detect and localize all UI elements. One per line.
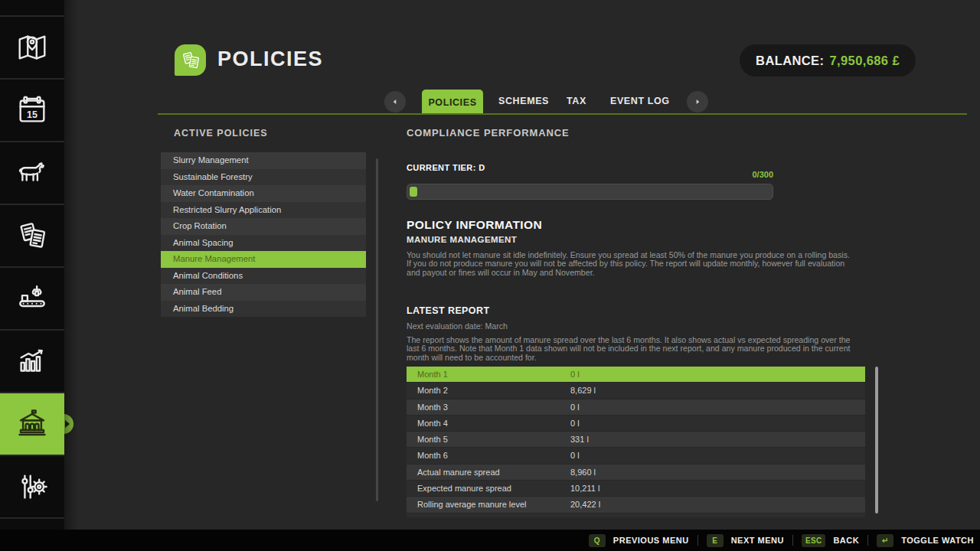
row-label: Actual manure spread: [417, 465, 500, 480]
policies-screen: 15: [0, 0, 980, 551]
row-value: 0 l: [570, 367, 580, 382]
key-esc: ESC: [802, 534, 825, 547]
balance-label: BALANCE:: [756, 54, 824, 68]
policy-list-item[interactable]: Water Contamination: [161, 185, 366, 202]
report-table: Month 1 0 l Month 2 8,629 l Month 3 0 l …: [407, 367, 865, 517]
production-icon: [15, 281, 50, 316]
policies-document-icon: [179, 49, 202, 72]
footer-hint-bar: Q PREVIOUS MENU E NEXT MENU ESC BACK ↵ T…: [0, 530, 980, 551]
hint-divider: [697, 535, 698, 546]
policies-app-icon: [175, 44, 206, 76]
hint-label: TOGGLE WATCH: [901, 536, 974, 545]
compliance-score: 0/300: [407, 170, 773, 179]
key-q: Q: [589, 534, 606, 547]
hint-label: BACK: [833, 536, 859, 545]
policy-list-item[interactable]: Animal Conditions: [161, 268, 366, 285]
tab-schemes[interactable]: SCHEMES: [498, 96, 549, 106]
sidebar-item-partial-bottom[interactable]: [0, 519, 64, 530]
active-tab-arrow-icon: [65, 420, 70, 428]
balance-display: BALANCE: 7,950,686 £: [740, 44, 916, 77]
policy-list-item-selected[interactable]: Manure Management: [161, 251, 366, 268]
policy-info-heading: POLICY INFORMATION: [407, 218, 542, 232]
table-row[interactable]: Actual manure spread 8,960 l: [407, 465, 865, 480]
content-scrollbar[interactable]: [376, 158, 378, 501]
table-row-selected[interactable]: Month 1 0 l: [407, 367, 865, 382]
hint-previous-menu[interactable]: Q PREVIOUS MENU: [589, 534, 689, 547]
table-scrollbar[interactable]: [875, 367, 878, 514]
policy-list-item[interactable]: Crop Rotation: [161, 218, 366, 235]
row-label: Month 5: [417, 432, 448, 447]
sidebar-item-partial-top[interactable]: [0, 0, 64, 15]
active-tab-bump: [54, 414, 74, 434]
tabs-prev-button[interactable]: [384, 91, 406, 112]
chevron-right-icon: [691, 96, 704, 108]
table-row[interactable]: Month 6 0 l: [407, 448, 865, 463]
sidebar-item-settings[interactable]: [0, 456, 64, 517]
policy-list-item[interactable]: Animal Spacing: [161, 235, 366, 252]
map-icon: [15, 30, 50, 65]
policy-list-item[interactable]: Restricted Slurry Application: [161, 202, 366, 219]
row-value: 0 l: [570, 416, 580, 431]
active-policies-heading: ACTIVE POLICIES: [174, 128, 268, 139]
calendar-day-label: 15: [27, 109, 38, 120]
sidebar-item-animals[interactable]: [0, 142, 64, 204]
hint-toggle-watch[interactable]: ↵ TOGGLE WATCH: [877, 534, 974, 547]
sidebar-item-production[interactable]: [0, 268, 64, 329]
policy-list-item[interactable]: Animal Bedding: [161, 301, 366, 318]
sidebar-item-finances[interactable]: [0, 393, 64, 455]
row-label: Month 1: [417, 367, 448, 382]
table-row[interactable]: Month 3 0 l: [407, 399, 865, 415]
hint-back[interactable]: ESC BACK: [802, 534, 859, 547]
next-evaluation-date: Next evaluation date: March: [407, 321, 508, 331]
table-row-partial[interactable]: Rating 0: [407, 514, 865, 517]
row-value: 0 l: [570, 448, 580, 463]
row-label: Rating: [417, 514, 442, 517]
chevron-left-icon: [389, 96, 401, 108]
row-value: 331 l: [570, 432, 589, 447]
table-row[interactable]: Month 2 8,629 l: [407, 383, 865, 398]
sidebar-shadow: [64, 0, 78, 530]
settings-icon: [15, 469, 50, 504]
row-label: Month 3: [417, 399, 448, 415]
tab-event-log[interactable]: EVENT LOG: [610, 96, 670, 106]
active-policies-list: Slurry Management Sustainable Forestry W…: [161, 152, 366, 317]
sidebar-item-map[interactable]: [0, 17, 64, 78]
row-label: Expected manure spread: [417, 481, 511, 496]
tab-underline: [158, 113, 967, 115]
tab-policies[interactable]: POLICIES: [422, 90, 483, 115]
hint-divider: [792, 535, 793, 546]
finances-icon: [15, 406, 50, 442]
table-row[interactable]: Month 5 331 l: [407, 432, 865, 447]
row-value: 8,629 l: [570, 383, 596, 398]
compliance-heading: COMPLIANCE PERFORMANCE: [407, 127, 570, 139]
compliance-progress-fill: [410, 187, 417, 197]
row-value: 0: [570, 514, 575, 517]
row-value: 10,211 l: [570, 481, 599, 496]
animals-icon: [15, 155, 50, 191]
report-description: The report shows the amount of manure sp…: [407, 336, 851, 362]
contracts-icon: [15, 218, 50, 253]
table-row[interactable]: Rolling average manure level 20,422 l: [407, 497, 865, 512]
table-row[interactable]: Expected manure spread 10,211 l: [407, 481, 865, 496]
table-row[interactable]: Month 4 0 l: [407, 416, 865, 431]
sidebar-item-calendar[interactable]: 15: [0, 80, 64, 141]
row-value: 0 l: [570, 399, 580, 415]
tabs-next-button[interactable]: [687, 91, 708, 112]
hint-next-menu[interactable]: E NEXT MENU: [707, 534, 784, 547]
sidebar-item-contracts[interactable]: [0, 205, 64, 266]
balance-value: 7,950,686 £: [829, 54, 900, 68]
hint-label: NEXT MENU: [731, 536, 784, 545]
tab-tax[interactable]: TAX: [567, 96, 586, 106]
hint-label: PREVIOUS MENU: [613, 536, 689, 545]
policy-list-item[interactable]: Sustainable Forestry: [161, 169, 366, 186]
policy-name-subheading: MANURE MANAGEMENT: [407, 235, 517, 244]
enter-key-icon: ↵: [877, 534, 893, 547]
row-label: Month 4: [417, 416, 448, 431]
policy-list-item[interactable]: Slurry Management: [161, 152, 366, 169]
sidebar-item-statistics[interactable]: [0, 331, 64, 392]
policy-description: You should not let manure sit idle indef…: [407, 251, 851, 277]
hint-divider: [867, 535, 868, 546]
latest-report-heading: LATEST REPORT: [407, 305, 489, 316]
calendar-icon: 15: [15, 93, 50, 128]
policy-list-item[interactable]: Animal Feed: [161, 284, 366, 301]
